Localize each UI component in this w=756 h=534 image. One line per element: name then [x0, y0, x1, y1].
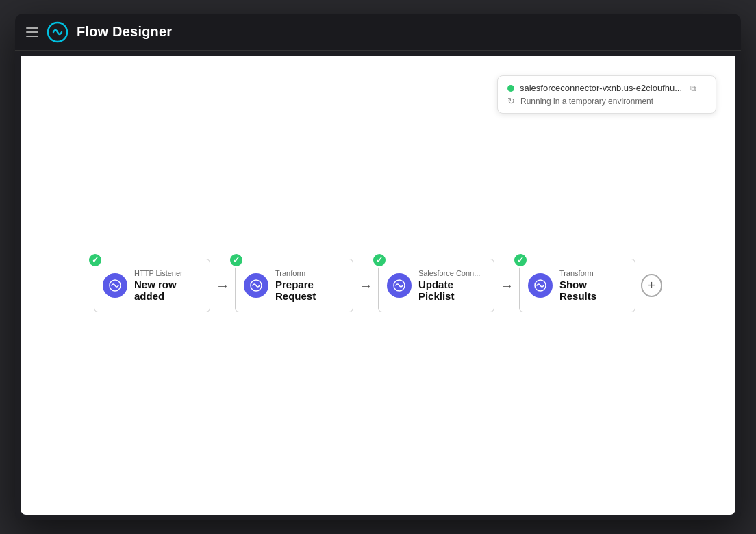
node-type-4: Transform [559, 269, 624, 277]
check-badge-2: ✓ [229, 253, 244, 268]
refresh-icon: ↻ [507, 96, 515, 106]
node-type-3: Salesforce Conn... [418, 269, 483, 277]
running-text: Running in a temporary environment [520, 97, 653, 106]
node-icon-4 [528, 273, 553, 298]
menu-icon[interactable] [26, 27, 38, 37]
node-name-2: Prepare Request [275, 279, 342, 302]
connector-name: salesforceconnector-vxnb.us-e2cloufhu... [520, 83, 682, 93]
status-card: salesforceconnector-vxnb.us-e2cloufhu...… [497, 75, 716, 114]
running-status-row: ↻ Running in a temporary environment [507, 96, 706, 106]
flow-node-wrapper-4: ✓ Transform Show Results [519, 259, 635, 312]
node-icon-3 [387, 273, 412, 298]
check-badge-4: ✓ [513, 253, 528, 268]
check-badge-1: ✓ [88, 253, 103, 268]
flow-area: ✓ HTTP Listener New row added → ✓ [94, 259, 662, 312]
flow-node-transform-prepare[interactable]: ✓ Tranform Prepare Request [235, 259, 353, 312]
node-name-3: Update Picklist [418, 279, 483, 302]
arrow-2: → [353, 278, 378, 294]
header: Flow Designer [15, 14, 741, 51]
flow-node-wrapper-1: ✓ HTTP Listener New row added → [94, 259, 235, 312]
flow-node-http-listener[interactable]: ✓ HTTP Listener New row added [94, 259, 210, 312]
copy-icon[interactable]: ⧉ [690, 84, 696, 93]
flow-node-wrapper-2: ✓ Tranform Prepare Request → [235, 259, 378, 312]
connector-status-row: salesforceconnector-vxnb.us-e2cloufhu...… [507, 83, 706, 93]
check-badge-3: ✓ [372, 253, 387, 268]
node-icon-2 [244, 273, 268, 298]
flow-node-transform-results[interactable]: ✓ Transform Show Results [519, 259, 635, 312]
app-window: Flow Designer salesforceconnector-vxnb.u… [15, 14, 741, 520]
status-dot [507, 85, 514, 92]
arrow-3: → [494, 278, 519, 294]
node-type-2: Tranform [275, 269, 342, 277]
node-icon-1 [103, 273, 127, 298]
flow-canvas: salesforceconnector-vxnb.us-e2cloufhu...… [21, 56, 735, 515]
node-name-1: New row added [134, 279, 199, 302]
node-name-4: Show Results [559, 279, 624, 302]
app-title: Flow Designer [77, 24, 172, 40]
flow-node-wrapper-3: ✓ Salesforce Conn... Update Picklist → [378, 259, 519, 312]
arrow-1: → [210, 278, 235, 294]
logo-icon [47, 21, 68, 43]
node-type-1: HTTP Listener [134, 269, 199, 277]
add-node-button[interactable]: + [641, 274, 662, 297]
flow-node-salesforce[interactable]: ✓ Salesforce Conn... Update Picklist [378, 259, 494, 312]
add-icon: + [648, 279, 655, 293]
